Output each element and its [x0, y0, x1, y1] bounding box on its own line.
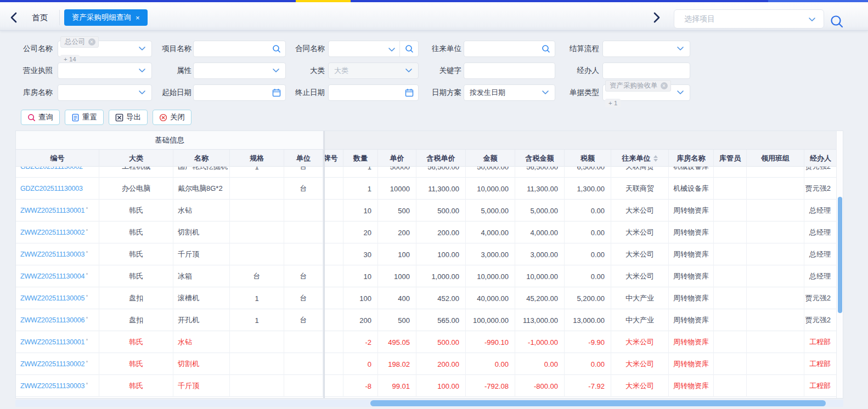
table-cell: 4,000.00	[515, 221, 565, 243]
start-date-input[interactable]	[193, 84, 286, 101]
global-search-icon[interactable]	[830, 14, 844, 29]
row-id-link[interactable]: ZWWZ202511130005	[20, 294, 84, 302]
table-cell: 500	[378, 309, 416, 331]
tab-close-icon[interactable]: ×	[136, 14, 140, 22]
table-cell	[747, 353, 804, 375]
table-row[interactable]: ZWWZ202511130003韩氏千斤顶30100100.003,000.00…	[16, 243, 837, 265]
row-id-link[interactable]: ZWWZ202511130006	[20, 316, 84, 324]
cell-note-marker	[86, 229, 88, 231]
column-header: 含税金额	[515, 150, 565, 167]
table-cell: 1	[230, 287, 284, 309]
date-scheme-label: 日期方案	[418, 88, 461, 98]
table-cell: 台	[284, 178, 323, 200]
table-cell: 45,200.00	[515, 287, 565, 309]
tab-asset-purchase-query[interactable]: 资产采购明细查询 ×	[64, 9, 148, 26]
business-license-select[interactable]	[58, 63, 152, 79]
table-cell: 1,000.00	[416, 265, 466, 287]
end-date-input[interactable]	[328, 84, 419, 101]
calendar-icon[interactable]	[272, 88, 281, 97]
horizontal-scrollbar[interactable]	[15, 400, 843, 407]
project-select-placeholder: 选择项目	[684, 14, 808, 24]
tag-remove-icon[interactable]: ×	[661, 82, 668, 89]
table-row[interactable]: ZWWZ202511130005盘扣滚槽机1台100400452.0040,00…	[16, 287, 837, 309]
table-row[interactable]: ZWWZ202511130001韩氏水钻-2495.05500.00-990.1…	[16, 331, 837, 353]
tag-remove-icon[interactable]: ×	[88, 38, 95, 46]
table-cell: 大米公司	[611, 243, 669, 265]
search-icon[interactable]	[400, 41, 418, 56]
tabs-scroll-right-icon[interactable]	[653, 12, 662, 23]
table-row[interactable]: ZWWZ202511130001韩氏水钻10500500.005,000.005…	[16, 200, 837, 221]
sort-icon[interactable]	[653, 155, 658, 162]
tab-label: 资产采购明细查询	[72, 13, 131, 22]
category-select[interactable]: 大类	[328, 63, 419, 79]
search-icon[interactable]	[272, 44, 281, 53]
table-cell: 水钻	[173, 331, 230, 353]
table-cell	[747, 287, 804, 309]
row-id-link[interactable]: ZWWZ202511130003	[20, 251, 84, 258]
table-cell: 5,200.00	[565, 287, 611, 309]
calendar-icon[interactable]	[405, 88, 414, 97]
row-id-link[interactable]: ZWWZ202511130001	[20, 338, 84, 346]
table-row[interactable]: ZWWZ202511130006盘扣开孔机1台200500565.00100,0…	[16, 309, 837, 331]
table-row[interactable]: ZWWZ202511130004韩氏冰箱台台1010001,000.0010,0…	[16, 265, 837, 287]
keyword-input[interactable]	[464, 63, 555, 79]
table-row[interactable]: GDZC202511130002工程机械国产轮式挖掘机1台15000056,50…	[16, 167, 837, 178]
table-row[interactable]: ZWWZ202511130002韩氏切割机0198.02200.000.000.…	[16, 353, 837, 375]
row-id-link[interactable]: ZWWZ202511130001	[20, 207, 84, 214]
row-id-link[interactable]: ZWWZ202511130003	[20, 382, 84, 390]
tab-bar: 首页 资产采购明细查询 × 选择项目	[0, 2, 868, 31]
horizontal-scrollbar-thumb[interactable]	[370, 400, 826, 406]
table-cell: ZWWZ202511130002	[16, 221, 99, 243]
query-button[interactable]: 查询	[21, 110, 60, 125]
project-select[interactable]: 选择项目	[674, 9, 824, 29]
vertical-scrollbar-thumb[interactable]	[838, 197, 842, 313]
date-scheme-select[interactable]: 按发生日期	[464, 84, 555, 101]
end-date-label: 终止日期	[281, 88, 325, 98]
row-id-link[interactable]: ZWWZ202511130004	[20, 272, 84, 280]
table-row[interactable]: GDZC202511130003办公电脑戴尔电脑8G*2台11000011,30…	[16, 178, 837, 200]
table-cell: 0.00	[565, 243, 611, 265]
table-cell	[230, 178, 284, 200]
table-cell: ZWWZ202511130003	[16, 243, 99, 265]
reset-button[interactable]: 重置	[65, 110, 104, 125]
table-cell: 韩氏	[99, 331, 173, 353]
table-cell	[747, 265, 804, 287]
table-row[interactable]: ZWWZ202511130003韩氏千斤顶-899.01100.00-792.0…	[16, 375, 837, 397]
table-cell: 台	[284, 287, 323, 309]
agent-input[interactable]	[602, 63, 690, 79]
project-name-input[interactable]	[193, 41, 286, 57]
attribute-select[interactable]	[193, 63, 286, 79]
table-cell: -9.90	[565, 331, 611, 353]
field-attribute: 属性	[148, 63, 286, 79]
warehouse-name-select[interactable]	[58, 84, 152, 101]
tab-home[interactable]: 首页	[32, 13, 48, 23]
table-row[interactable]: ZWWZ202511130002韩氏切割机20200200.004,000.00…	[16, 221, 837, 243]
column-header: 牌号	[323, 150, 343, 167]
row-id-link[interactable]: ZWWZ202511130002	[20, 360, 84, 368]
table-cell: 中大产业	[611, 309, 669, 331]
search-icon[interactable]	[542, 44, 550, 53]
doc-type-multiselect[interactable]: 资产采购验收单 × + 1	[602, 84, 690, 101]
table-cell: 0.00	[565, 353, 611, 375]
table-cell: 5,000.00	[515, 200, 565, 221]
settlement-flow-select[interactable]	[602, 41, 690, 57]
frozen-pane-divider	[323, 131, 325, 399]
close-button[interactable]: 关闭	[153, 110, 191, 125]
table-cell	[230, 200, 284, 221]
row-id-link[interactable]: GDZC202511130002	[20, 167, 83, 171]
contract-name-select[interactable]	[328, 41, 419, 57]
row-id-link[interactable]: ZWWZ202511130002	[20, 229, 84, 236]
row-id-link[interactable]: GDZC202511130003	[20, 185, 83, 192]
partner-input[interactable]	[464, 41, 555, 57]
export-button[interactable]: 导出	[109, 110, 148, 125]
vertical-scrollbar[interactable]	[836, 131, 843, 399]
table-cell: 10000	[378, 178, 416, 200]
column-header[interactable]: 往来单位	[611, 150, 669, 167]
partner-label: 往来单位	[418, 44, 461, 54]
table-cell: 10,000.00	[466, 265, 515, 287]
tabs-scroll-left-icon[interactable]	[10, 12, 19, 23]
table-cell: 500	[378, 200, 416, 221]
tab-separator	[59, 10, 60, 25]
table-cell	[714, 331, 747, 353]
company-name-multiselect[interactable]: 总公司 × + 14	[58, 41, 152, 57]
